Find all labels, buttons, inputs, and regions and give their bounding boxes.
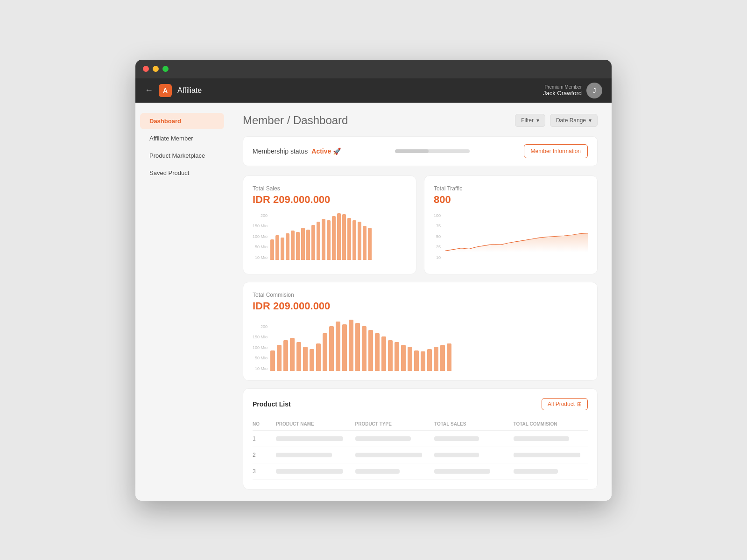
traffic-y-labels: 100 75 50 25 10 xyxy=(434,213,441,260)
table-row: 2 xyxy=(253,447,588,463)
commission-bar xyxy=(336,322,340,371)
total-traffic-value: 800 xyxy=(434,194,588,206)
commission-bar xyxy=(342,324,347,371)
commission-bar xyxy=(316,343,321,371)
filter-icon: ⊞ xyxy=(577,401,582,407)
sales-bar xyxy=(358,222,361,259)
commission-bar xyxy=(388,340,393,371)
member-info-button[interactable]: Member Information xyxy=(524,144,588,158)
commission-bar xyxy=(401,345,406,371)
sales-bar xyxy=(327,220,331,260)
sales-y-labels: 200 150 Mio 100 Mio 50 Mio 10 Mio xyxy=(253,213,268,260)
total-sales-value: IDR 209.000.000 xyxy=(253,194,407,206)
commission-bar xyxy=(395,342,399,371)
traffic-line-svg xyxy=(445,213,588,265)
total-traffic-card: Total Traffic 800 100 75 50 25 10 xyxy=(424,175,598,274)
total-sales-chart: 200 150 Mio 100 Mio 50 Mio 10 Mio xyxy=(253,213,407,260)
user-name: Jack Crawford xyxy=(543,90,582,97)
sales-bar xyxy=(317,222,320,259)
filter-dropdown-2[interactable]: Date Range ▾ xyxy=(550,114,598,127)
chevron-down-icon-2: ▾ xyxy=(589,117,592,124)
commission-bar xyxy=(283,340,288,371)
charts-row: Total Sales IDR 209.000.000 200 150 Mio … xyxy=(243,175,598,274)
sales-bar xyxy=(363,226,366,260)
sales-bar xyxy=(322,219,325,260)
membership-bar: Membership status Active 🚀 Member Inform… xyxy=(243,136,598,166)
sidebar-item-saved-product[interactable]: Saved Product xyxy=(140,165,224,181)
table-header: NO PRODUCT NAME PRODUCT TYPE TOTAL SALES… xyxy=(253,418,588,431)
commission-bar xyxy=(310,349,314,371)
table-row: 3 xyxy=(253,463,588,480)
toolbar: ← A Affiliate Premium Member Jack Crawfo… xyxy=(135,78,612,103)
header-filters: Filter ▾ Date Range ▾ xyxy=(515,114,598,127)
sidebar-item-dashboard[interactable]: Dashboard xyxy=(140,113,224,129)
minimize-dot[interactable] xyxy=(153,66,159,72)
commission-bar xyxy=(303,347,308,371)
skeleton-cell xyxy=(514,436,570,441)
sales-bar xyxy=(281,238,284,260)
close-dot[interactable] xyxy=(143,66,149,72)
commission-bar xyxy=(440,345,445,371)
product-list-card: Product List All Product ⊞ NO PRODUCT NA… xyxy=(243,388,598,490)
membership-progress-bar xyxy=(395,149,470,153)
commission-bar xyxy=(277,345,282,371)
maximize-dot[interactable] xyxy=(162,66,169,72)
progress-fill xyxy=(395,149,429,153)
total-traffic-title: Total Traffic xyxy=(434,185,588,192)
sidebar-item-product-marketplace[interactable]: Product Marketplace xyxy=(140,147,224,164)
skeleton-cell xyxy=(355,469,400,474)
total-sales-title: Total Sales xyxy=(253,185,407,192)
sales-bar xyxy=(296,232,300,260)
sales-bar xyxy=(337,213,341,260)
main-panel: Member / Dashboard Filter ▾ Date Range ▾ xyxy=(229,103,612,501)
commission-bar-chart xyxy=(270,320,451,371)
commission-bar xyxy=(355,323,360,371)
line-chart xyxy=(445,213,588,265)
user-info: Premium Member Jack Crawford xyxy=(543,84,582,97)
commission-bar xyxy=(368,330,373,371)
commission-bar xyxy=(447,343,451,371)
table-row: 1 xyxy=(253,431,588,447)
toolbar-left: ← A Affiliate xyxy=(145,84,202,97)
toolbar-right: Premium Member Jack Crawford J xyxy=(543,83,602,98)
sidebar-item-affiliate-member[interactable]: Affiliate Member xyxy=(140,130,224,147)
skeleton-cell xyxy=(434,453,479,457)
commission-title: Total Commision xyxy=(253,292,588,298)
commission-bar xyxy=(427,349,432,371)
product-list-header: Product List All Product ⊞ xyxy=(253,398,588,410)
filter-dropdown-1[interactable]: Filter ▾ xyxy=(515,114,545,127)
sales-bar xyxy=(311,225,315,260)
content-area: Dashboard Affiliate Member Product Marke… xyxy=(135,103,612,501)
commission-bar xyxy=(296,342,301,371)
sales-bar xyxy=(275,235,279,260)
commission-bar xyxy=(323,333,327,371)
skeleton-cell xyxy=(434,469,490,474)
commission-bar xyxy=(434,347,438,371)
page-title: Member / Dashboard xyxy=(243,114,348,127)
commission-bar xyxy=(421,351,425,371)
app-logo: A xyxy=(159,84,172,97)
page-header: Member / Dashboard Filter ▾ Date Range ▾ xyxy=(243,114,598,127)
commission-bar xyxy=(414,350,419,371)
titlebar xyxy=(135,60,612,78)
sales-bar xyxy=(347,218,351,260)
commission-value: IDR 209.000.000 xyxy=(253,300,588,312)
sales-bar xyxy=(301,228,305,260)
traffic-chart-container: 100 75 50 25 10 xyxy=(434,213,588,265)
skeleton-cell xyxy=(514,469,558,474)
commission-y-labels: 200 150 Mio 100 Mio 50 Mio 10 Mio xyxy=(253,324,268,371)
commission-bar xyxy=(408,347,412,371)
skeleton-cell xyxy=(514,453,581,457)
product-list-title: Product List xyxy=(253,400,291,408)
total-commission-card: Total Commision IDR 209.000.000 200 150 … xyxy=(243,282,598,381)
all-product-button[interactable]: All Product ⊞ xyxy=(542,398,588,410)
sales-bar xyxy=(342,214,346,260)
app-name: Affiliate xyxy=(177,86,202,95)
commission-bar xyxy=(362,326,366,371)
sales-bar xyxy=(306,230,310,260)
commission-bar xyxy=(381,336,386,371)
back-button[interactable]: ← xyxy=(145,85,153,95)
sales-bar xyxy=(352,220,356,260)
sales-bar-chart xyxy=(270,213,372,260)
skeleton-cell xyxy=(355,453,423,457)
